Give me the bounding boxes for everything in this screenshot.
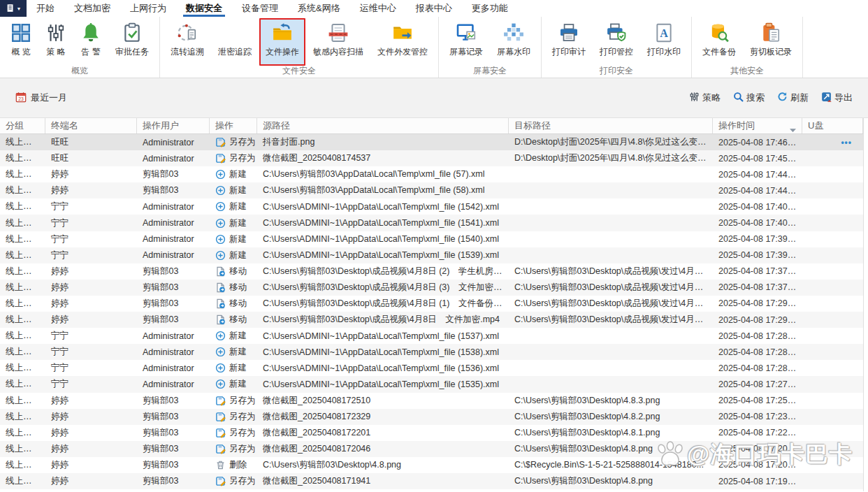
ribbon-button-overview-grid[interactable]: 概 览 <box>4 18 38 66</box>
cell-user: 剪辑部03 <box>137 184 210 196</box>
toolbar-action-search[interactable]: 搜索 <box>733 92 765 104</box>
table-row[interactable]: 线上演示婷婷剪辑部03新建C:\Users\剪辑部03\AppData\Loca… <box>0 166 863 182</box>
column-header-3[interactable]: 操作用户 <box>137 118 210 133</box>
table-row[interactable]: 线上演示婷婷剪辑部03另存为微信截图_20250408172329C:\User… <box>0 409 863 425</box>
ribbon-button-alert-bell[interactable]: 告 警 <box>74 18 108 66</box>
menu-item-4[interactable]: 数据安全 <box>176 0 232 17</box>
ribbon-button-file-backup[interactable]: 文件备份 <box>696 18 742 66</box>
table-row[interactable]: 线上演示宁宁Administrator新建C:\Users\ADMINI~1\A… <box>0 328 863 344</box>
ribbon-button-file-operations-folder[interactable]: 文件操作 <box>259 18 305 66</box>
column-header-6[interactable]: 目标路径 <box>509 118 713 133</box>
operation-label: 新建 <box>229 184 247 196</box>
ribbon-button-print-control[interactable]: 打印管控 <box>593 18 639 66</box>
cell-terminal: 婷婷 <box>45 184 137 196</box>
operation-saveas-icon <box>215 444 226 454</box>
column-header-label: 终端名 <box>51 120 78 132</box>
cell-source-path: C:\Users\ADMINI~1\AppData\Local\Temp\xml… <box>257 218 509 228</box>
table-row[interactable]: 线上演示婷婷剪辑部03另存为微信截图_20250408172201C:\User… <box>0 425 863 441</box>
cell-terminal: 宁宁 <box>45 201 137 212</box>
table-row[interactable]: 线上演示婷婷剪辑部03移动C:\Users\剪辑部03\Desktop\成品视频… <box>0 263 863 280</box>
cell-target-path: C:\$Recycle.Bin\S-1-5-21-525888014-15481… <box>509 460 713 470</box>
table-row[interactable]: 线上演示宁宁Administrator新建C:\Users\ADMINI~1\A… <box>0 231 863 247</box>
cell-source-path: 微信截图_20250408172046 <box>257 443 509 455</box>
cell-terminal: 宁宁 <box>45 249 137 261</box>
table-row[interactable]: 线上演示宁宁Administrator新建C:\Users\ADMINI~1\A… <box>0 247 863 263</box>
ribbon-button-sensitive-scan[interactable]: 敏感内容扫描 <box>307 18 370 66</box>
column-header-label: 操作 <box>215 120 233 132</box>
column-header-5[interactable]: 源路径 <box>257 118 509 133</box>
table-row[interactable]: 线上演示婷婷剪辑部03删除C:\Users\剪辑部03\Desktop\4.8.… <box>0 457 863 473</box>
export-icon <box>821 92 832 104</box>
table-row[interactable]: 线上演示宁宁Administrator新建C:\Users\ADMINI~1\A… <box>0 344 863 360</box>
menu-item-8[interactable]: 报表中心 <box>406 0 462 17</box>
operation-new-icon <box>215 379 226 389</box>
row-actions-ellipsis[interactable]: ••• <box>841 134 852 150</box>
column-header-2[interactable]: 终端名 <box>45 118 137 133</box>
ribbon-button-screen-watermark[interactable]: 屏幕水印 <box>491 18 537 66</box>
cell-group: 线上演示 <box>0 475 45 487</box>
table-row[interactable]: 线上演示婷婷剪辑部03移动C:\Users\剪辑部03\Desktop\成品视频… <box>0 312 863 328</box>
cell-target-path: C:\Users\剪辑部03\Desktop\4.8.png <box>509 475 713 487</box>
ribbon-button-label: 剪切板记录 <box>750 46 792 58</box>
menu-item-7[interactable]: 运维中心 <box>350 0 406 17</box>
toolbar-action-export[interactable]: 导出 <box>821 92 853 104</box>
cell-time: 2025-04-08 17:22:04 <box>713 428 802 437</box>
cell-group: 线上演示 <box>0 330 45 342</box>
table-row[interactable]: 线上演示婷婷剪辑部03 <box>0 489 863 491</box>
table-row[interactable]: 线上演示宁宁Administrator新建C:\Users\ADMINI~1\A… <box>0 360 863 376</box>
operation-move-icon <box>215 298 226 309</box>
ribbon-group-3: 屏幕记录屏幕水印屏幕安全 <box>439 17 542 78</box>
column-header-8[interactable]: U盘 <box>802 118 863 133</box>
ribbon-button-leak-cloud[interactable]: 泄密追踪 <box>212 18 258 66</box>
operation-label: 删除 <box>229 459 247 471</box>
column-header-1[interactable]: 分组 <box>0 118 45 133</box>
operation-label: 新建 <box>229 346 247 358</box>
cell-group: 线上演示 <box>0 184 45 196</box>
menu-item-2[interactable]: 文档加密 <box>64 0 120 17</box>
ribbon-button-screen-record[interactable]: 屏幕记录 <box>443 18 489 66</box>
table-row[interactable]: 线上演示婷婷剪辑部03新建C:\Users\剪辑部03\AppData\Loca… <box>0 182 863 198</box>
operation-move-icon <box>215 314 226 325</box>
menu-item-9[interactable]: 更多功能 <box>462 0 518 17</box>
cell-time: 2025-04-08 17:44:45 <box>713 186 802 196</box>
menu-item-3[interactable]: 上网行为 <box>120 0 176 17</box>
ribbon-button-file-outgoing-folder[interactable]: 文件外发管控 <box>371 18 434 66</box>
column-header-4[interactable]: 操作 <box>210 118 257 133</box>
sliders-sm-icon <box>689 92 700 104</box>
alert-bell-icon <box>80 22 101 43</box>
table-row[interactable]: 线上演示婷婷剪辑部03另存为微信截图_20250408172510C:\User… <box>0 393 863 409</box>
ribbon-button-clipboard-record[interactable]: 剪切板记录 <box>744 18 798 66</box>
table-row[interactable]: 线上演示婷婷剪辑部03另存为微信截图_20250408172046C:\User… <box>0 441 863 457</box>
table-row[interactable]: 线上演示旺旺Administrator另存为抖音封面.pngD:\Desktop… <box>0 134 863 150</box>
toolbar-action-label: 搜索 <box>746 92 765 104</box>
table-row[interactable]: 线上演示宁宁Administrator新建C:\Users\ADMINI~1\A… <box>0 376 863 392</box>
table-row[interactable]: 线上演示宁宁Administrator新建C:\Users\ADMINI~1\A… <box>0 198 863 215</box>
print-audit-icon <box>558 22 579 43</box>
ribbon-button-print-audit[interactable]: 打印审计 <box>546 18 592 66</box>
menu-item-1[interactable]: 开始 <box>27 0 64 17</box>
ribbon-button-trace-flow[interactable]: 流转追溯 <box>164 18 210 66</box>
cell-user: 剪辑部03 <box>137 282 210 294</box>
table-row[interactable]: 线上演示婷婷剪辑部03移动C:\Users\剪辑部03\Desktop\成品视频… <box>0 296 863 312</box>
ribbon-button-policy-sliders[interactable]: 策 略 <box>39 18 73 66</box>
toolbar-action-refresh[interactable]: 刷新 <box>777 92 809 104</box>
application-window: ▼ 开始文档加密上网行为数据安全设备管理系统&网络运维中心报表中心更多功能 概 … <box>0 0 868 492</box>
menu-item-6[interactable]: 系统&网络 <box>288 0 350 17</box>
cell-source-path: C:\Users\剪辑部03\Desktop\4.8.png <box>257 459 509 471</box>
toolbar-action-label: 策略 <box>702 92 721 104</box>
ribbon-button-print-watermark[interactable]: A打印水印 <box>641 18 687 66</box>
chevron-down-icon[interactable] <box>790 124 796 128</box>
table-row[interactable]: 线上演示宁宁Administrator新建C:\Users\ADMINI~1\A… <box>0 215 863 231</box>
table-row[interactable]: 线上演示婷婷剪辑部03移动C:\Users\剪辑部03\Desktop\成品视频… <box>0 280 863 296</box>
column-header-7[interactable]: 操作时间 <box>713 118 802 133</box>
toolbar-action-sliders-sm[interactable]: 策略 <box>689 92 721 104</box>
toolbar-action-label: 刷新 <box>790 92 809 104</box>
table-row[interactable]: 线上演示旺旺Administrator另存为微信截图_2025040817453… <box>0 150 863 166</box>
menu-item-5[interactable]: 设备管理 <box>232 0 288 17</box>
cell-user: 剪辑部03 <box>137 475 210 487</box>
ribbon-button-approval-clipboard[interactable]: 审批任务 <box>109 18 155 66</box>
date-range-filter[interactable]: 23 最近一月 <box>15 92 67 105</box>
table-row[interactable]: 线上演示婷婷剪辑部03另存为微信截图_20250408171941C:\User… <box>0 473 863 489</box>
app-menu-button[interactable]: ▼ <box>0 0 27 17</box>
ribbon-group-items: 打印审计打印管控A打印水印 <box>544 17 689 66</box>
